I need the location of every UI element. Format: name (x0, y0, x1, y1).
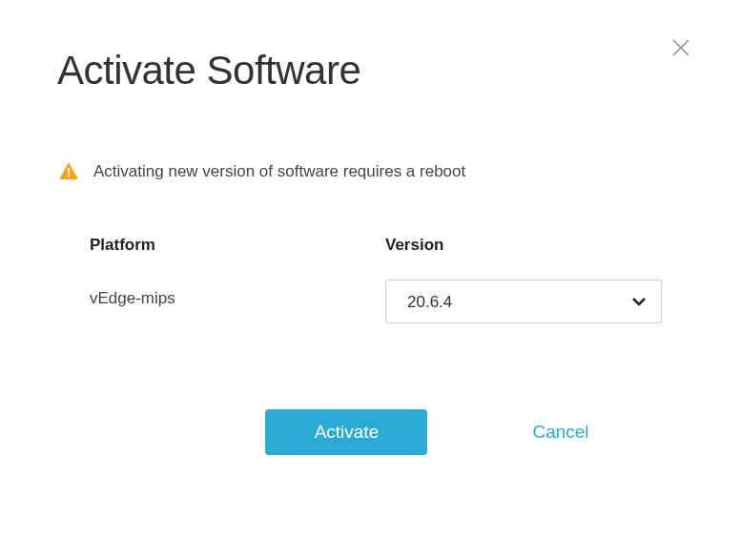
form-row: Platform vEdge-mips Version 20.6.4 (57, 236, 683, 323)
platform-column: Platform vEdge-mips (90, 236, 385, 323)
close-button[interactable] (668, 36, 694, 63)
version-select-wrap: 20.6.4 (385, 280, 662, 323)
warning-icon (57, 160, 80, 183)
platform-value: vEdge-mips (90, 280, 385, 308)
dialog-title: Activate Software (57, 48, 683, 93)
activate-software-dialog: Activate Software Activating new version… (0, 0, 740, 493)
version-select[interactable]: 20.6.4 (385, 280, 662, 323)
activate-button[interactable]: Activate (265, 409, 427, 455)
platform-label: Platform (90, 236, 385, 255)
svg-rect-3 (68, 176, 70, 177)
cancel-button[interactable]: Cancel (532, 422, 588, 443)
warning-banner: Activating new version of software requi… (57, 160, 683, 183)
svg-rect-2 (68, 168, 70, 174)
dialog-actions: Activate Cancel (57, 409, 683, 455)
version-column: Version 20.6.4 (385, 236, 683, 323)
version-label: Version (385, 236, 683, 255)
close-icon (669, 36, 692, 63)
warning-text: Activating new version of software requi… (93, 162, 465, 181)
